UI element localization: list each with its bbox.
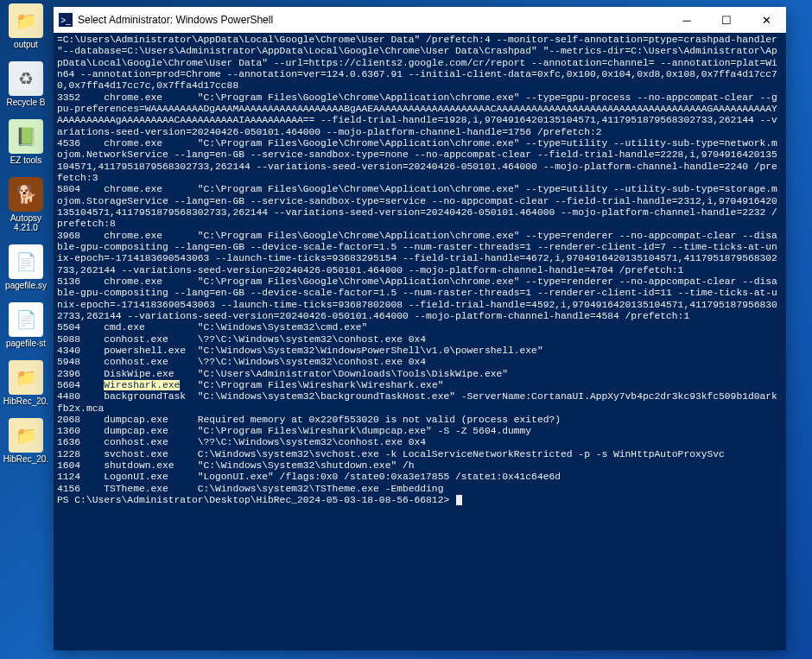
- desktop-icon-hibrec-2[interactable]: 📁 HibRec_20.: [2, 418, 50, 464]
- desktop-icon-pagefile-sys[interactable]: 📄 pagefile.sy: [2, 244, 50, 290]
- process-row: 3968 chrome.exe "C:\Program Files\Google…: [57, 231, 783, 276]
- maximize-button[interactable]: ☐: [707, 7, 746, 33]
- icon-label: output: [14, 40, 38, 49]
- process-row: =C:\Users\Administrator\AppData\Local\Go…: [57, 35, 783, 92]
- process-row: 4156 TSTheme.exe C:\Windows\system32\TST…: [57, 484, 783, 495]
- desktop-icon-ez-tools[interactable]: 📗 EZ tools: [2, 119, 50, 165]
- window-titlebar[interactable]: >_ Select Administrator: Windows PowerSh…: [54, 7, 786, 33]
- process-row: 1360 dumpcap.exe "C:\Program Files\Wires…: [57, 426, 783, 437]
- folder-icon: 📁: [9, 418, 43, 453]
- desktop-icon-output[interactable]: 📁 output: [2, 3, 50, 49]
- app-icon: 📗: [9, 119, 43, 154]
- process-row: 1604 shutdown.exe "C:\Windows\System32\s…: [57, 460, 783, 472]
- document-icon: 📄: [9, 302, 43, 337]
- process-row: 4536 chrome.exe "C:\Program Files\Google…: [57, 138, 783, 184]
- cursor: [456, 495, 462, 505]
- icon-label: HibRec_20.: [3, 454, 48, 464]
- desktop-icon-recycle-bin[interactable]: ♻ Recycle B: [2, 61, 50, 107]
- icon-label: Autopsy 4.21.0: [10, 213, 41, 232]
- process-row: 5136 chrome.exe "C:\Program Files\Google…: [57, 276, 783, 322]
- process-row: 1124 LogonUI.exe "LogonUI.exe" /flags:0x…: [57, 472, 783, 483]
- desktop-icon-pagefile-st[interactable]: 📄 pagefile-st: [2, 302, 50, 348]
- process-row: 2396 DiskWipe.exe "C:\Users\Administrato…: [57, 369, 783, 380]
- autopsy-icon: 🐕: [9, 177, 43, 212]
- recycle-bin-icon: ♻: [9, 61, 43, 96]
- folder-icon: 📁: [9, 360, 43, 395]
- icon-label: Recycle B: [6, 98, 45, 107]
- process-row: 3352 chrome.exe "C:\Program Files\Google…: [57, 92, 783, 138]
- terminal-output[interactable]: =C:\Users\Administrator\AppData\Local\Go…: [54, 33, 786, 650]
- document-icon: 📄: [9, 244, 43, 279]
- process-row: 1228 svchost.exe C:\Windows\system32\svc…: [57, 449, 783, 460]
- prompt-line[interactable]: PS C:\Users\Administrator\Desktop\HibRec…: [57, 495, 783, 506]
- process-row: 2068 dumpcap.exe Required memory at 0x22…: [57, 415, 783, 426]
- process-row: 4480 backgroundTask "C:\Windows\system32…: [57, 391, 783, 415]
- process-row: 5604 Wireshark.exe "C:\Program Files\Wir…: [57, 380, 783, 391]
- desktop-icon-hibrec-1[interactable]: 📁 HibRec_20.: [2, 360, 50, 406]
- process-row: 5504 cmd.exe "C:\Windows\System32\cmd.ex…: [57, 322, 783, 333]
- desktop-icons-column: 📁 output ♻ Recycle B 📗 EZ tools 🐕 Autops…: [0, 0, 52, 659]
- icon-label: pagefile.sy: [5, 281, 47, 290]
- minimize-button[interactable]: ─: [667, 7, 707, 33]
- icon-label: EZ tools: [10, 155, 42, 165]
- icon-label: HibRec_20.: [3, 396, 48, 406]
- close-button[interactable]: ✕: [746, 7, 786, 33]
- process-row: 4340 powershell.exe "C:\Windows\System32…: [57, 345, 783, 357]
- icon-label: pagefile-st: [6, 339, 46, 348]
- desktop-icon-autopsy[interactable]: 🐕 Autopsy 4.21.0: [2, 177, 50, 232]
- process-row: 5088 conhost.exe \??\C:\Windows\system32…: [57, 334, 783, 345]
- process-row: 1636 conhost.exe \??\C:\Windows\system32…: [57, 437, 783, 448]
- folder-icon: 📁: [9, 3, 43, 38]
- window-title: Select Administrator: Windows PowerShell: [78, 14, 667, 26]
- powershell-icon: >_: [59, 13, 73, 27]
- process-row: 5948 conhost.exe \??\C:\Windows\system32…: [57, 357, 783, 368]
- process-row: 5804 chrome.exe "C:\Program Files\Google…: [57, 184, 783, 230]
- powershell-window: >_ Select Administrator: Windows PowerSh…: [54, 7, 786, 650]
